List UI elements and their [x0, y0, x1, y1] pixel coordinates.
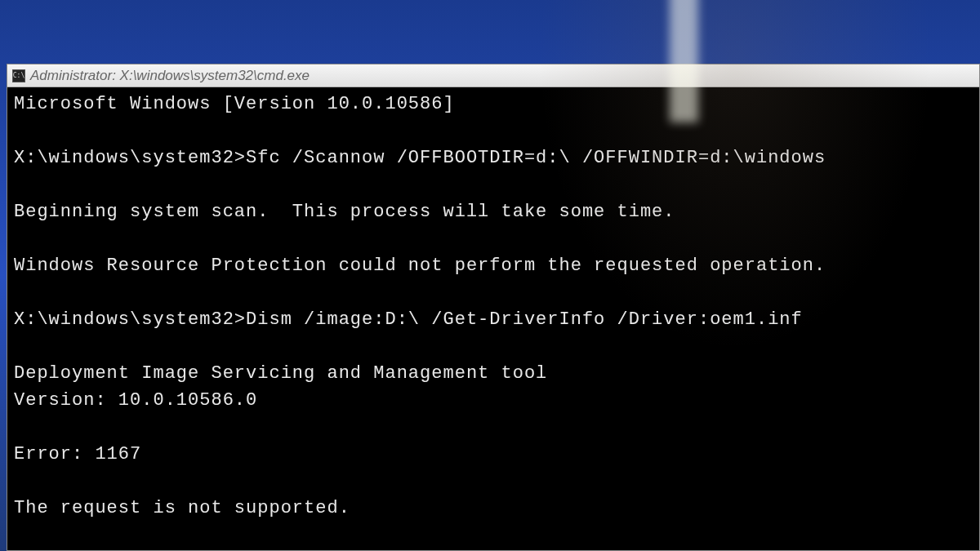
terminal-blank: [14, 118, 973, 144]
terminal-blank: [14, 225, 973, 252]
terminal-blank: [14, 333, 973, 360]
terminal-line: Microsoft Windows [Version 10.0.10586]: [14, 91, 973, 118]
terminal-blank: [14, 414, 973, 441]
terminal-line: Windows Resource Protection could not pe…: [14, 252, 973, 279]
terminal-blank: [14, 171, 973, 198]
terminal-blank: [14, 522, 973, 549]
terminal-output[interactable]: Microsoft Windows [Version 10.0.10586] X…: [7, 87, 979, 550]
terminal-line: X:\windows\system32>Dism /image:D:\ /Get…: [14, 306, 973, 333]
terminal-blank: [14, 279, 973, 306]
titlebar[interactable]: C:\ Administrator: X:\windows\system32\c…: [7, 64, 979, 87]
terminal-line: Beginning system scan. This process will…: [14, 198, 973, 225]
terminal-line: X:\windows\system32>Sfc /Scannow /OFFBOO…: [14, 144, 973, 171]
terminal-line: Deployment Image Servicing and Managemen…: [14, 360, 973, 387]
cmd-window: C:\ Administrator: X:\windows\system32\c…: [7, 64, 980, 551]
terminal-blank: [14, 468, 973, 495]
cmd-icon: C:\: [12, 69, 25, 82]
terminal-line: Version: 10.0.10586.0: [14, 387, 973, 414]
window-title: Administrator: X:\windows\system32\cmd.e…: [30, 68, 310, 84]
terminal-line: The request is not supported.: [14, 495, 973, 522]
terminal-line: Error: 1167: [14, 441, 973, 468]
